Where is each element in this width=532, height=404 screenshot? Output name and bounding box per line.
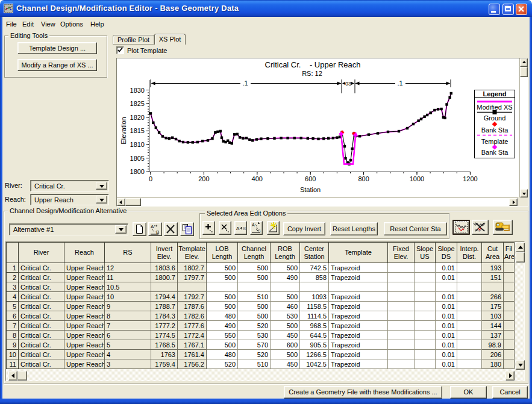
svg-text:A: A [151, 224, 154, 229]
svg-text:1810: 1810 [130, 141, 145, 148]
svg-text:1800: 1800 [130, 168, 145, 175]
svg-text:0: 0 [149, 175, 152, 182]
svg-text:Station: Station [300, 186, 321, 193]
svg-text:1825: 1825 [130, 100, 145, 107]
svg-text:200: 200 [198, 175, 209, 182]
svg-text:Modified XS: Modified XS [477, 104, 512, 111]
svg-text:1805: 1805 [130, 155, 145, 162]
svg-text:.1: .1 [242, 79, 248, 87]
svg-text:A: A [236, 226, 240, 231]
svg-text:1820: 1820 [130, 114, 145, 121]
svg-text:800: 800 [358, 175, 369, 182]
svg-text:Elevation: Elevation [120, 117, 127, 144]
svg-text:Template: Template [481, 138, 509, 145]
svg-text:Legend: Legend [483, 90, 506, 98]
svg-text:Ground: Ground [484, 114, 506, 122]
svg-text:Bank Sta: Bank Sta [481, 126, 509, 134]
svg-text:1815: 1815 [130, 127, 145, 134]
svg-text:B: B [243, 226, 246, 231]
svg-text:1000: 1000 [410, 175, 424, 182]
svg-text:600: 600 [305, 175, 316, 182]
svg-text:Critical Cr. - Upper Reach: Critical Cr. - Upper Reach [265, 60, 361, 69]
svg-text:400: 400 [252, 175, 263, 182]
svg-text:RS: 12: RS: 12 [302, 70, 322, 77]
svg-text:1830: 1830 [130, 87, 145, 94]
svg-text:.1: .1 [397, 79, 402, 87]
svg-text:A: A [252, 223, 255, 227]
svg-text:Bank Sta: Bank Sta [481, 149, 509, 156]
svg-text:1200: 1200 [463, 175, 477, 182]
svg-text:03: 03 [345, 81, 351, 87]
